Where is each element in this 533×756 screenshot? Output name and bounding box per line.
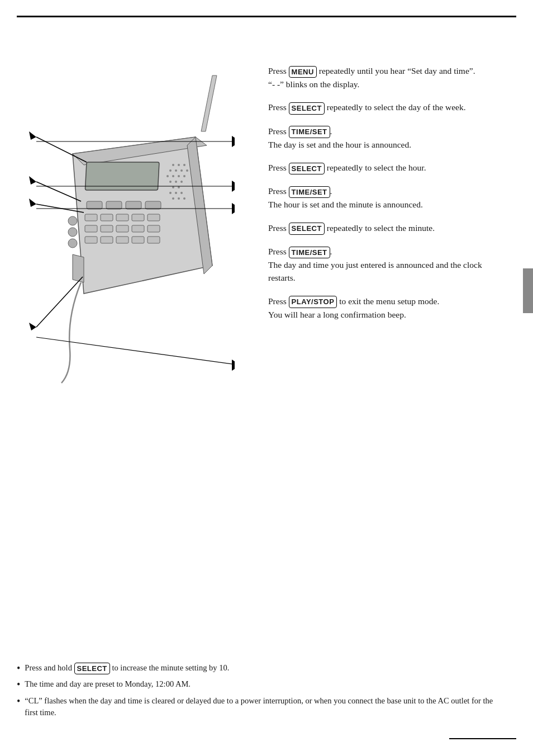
note1-text: Press and hold SELECT to increase the mi… xyxy=(25,662,229,674)
instruction-step3: Press TIME/SET. The day is set and the h… xyxy=(268,125,511,151)
notes-section: • Press and hold SELECT to increase the … xyxy=(17,662,506,722)
svg-marker-48 xyxy=(29,176,36,185)
svg-rect-28 xyxy=(101,214,113,221)
svg-rect-41 xyxy=(147,237,160,243)
left-panel xyxy=(17,31,257,739)
svg-rect-29 xyxy=(116,214,129,221)
svg-line-45 xyxy=(36,137,87,162)
instruction-step7: Press TIME/SET. The day and time you jus… xyxy=(268,245,511,285)
svg-point-15 xyxy=(172,186,174,188)
svg-rect-36 xyxy=(147,225,160,232)
svg-rect-40 xyxy=(132,237,144,243)
svg-rect-31 xyxy=(147,214,160,221)
note-item-2: • The time and day are preset to Monday,… xyxy=(17,678,506,691)
instruction-step4: Press SELECT repeatedly to select the ho… xyxy=(268,161,511,174)
step7b-text: The day and time you just entered is ann… xyxy=(268,258,511,285)
step8b-text: You will hear a long confirmation beep. xyxy=(268,308,511,321)
svg-line-51 xyxy=(36,277,83,327)
svg-point-44 xyxy=(68,239,77,248)
instruction-step8: Press PLAY/STOP to exit the menu setup m… xyxy=(268,295,511,321)
right-panel: Press MENU repeatedly until you hear “Se… xyxy=(257,31,516,739)
bottom-border xyxy=(449,738,516,739)
svg-point-17 xyxy=(169,192,172,194)
instruction-step5: Press TIME/SET. The hour is set and the … xyxy=(268,185,511,211)
note-bullet-3: • xyxy=(17,695,20,708)
note-item-1: • Press and hold SELECT to increase the … xyxy=(17,662,506,675)
svg-rect-24 xyxy=(106,201,122,209)
step7a-text: Press TIME/SET. xyxy=(268,245,511,258)
svg-rect-39 xyxy=(116,237,129,243)
svg-line-47 xyxy=(36,182,81,201)
svg-rect-32 xyxy=(85,225,97,232)
svg-point-8 xyxy=(166,175,169,177)
svg-point-18 xyxy=(175,192,177,194)
svg-marker-50 xyxy=(29,199,36,207)
note2-text: The time and day are preset to Monday, 1… xyxy=(25,678,191,691)
step1b-text: “- -” blinks on the display. xyxy=(268,78,511,91)
svg-rect-27 xyxy=(85,214,97,221)
step2-text: Press SELECT repeatedly to select the da… xyxy=(268,101,511,114)
svg-point-2 xyxy=(178,164,180,166)
svg-point-7 xyxy=(186,169,188,172)
step5a-text: Press TIME/SET. xyxy=(268,185,511,198)
svg-point-14 xyxy=(180,181,183,183)
instruction-step1: Press MENU repeatedly until you hear “Se… xyxy=(268,64,511,91)
svg-point-12 xyxy=(169,181,172,183)
svg-rect-25 xyxy=(126,201,141,209)
key-playstop: PLAY/STOP xyxy=(289,296,337,308)
svg-point-10 xyxy=(178,175,180,177)
svg-rect-35 xyxy=(132,225,144,232)
step1-text: Press MENU repeatedly until you hear “Se… xyxy=(268,64,511,78)
step6-text: Press SELECT repeatedly to select the mi… xyxy=(268,221,511,235)
key-menu: MENU xyxy=(289,66,317,78)
arrow4-head xyxy=(232,360,235,371)
svg-point-43 xyxy=(68,228,77,237)
step4-text: Press SELECT repeatedly to select the ho… xyxy=(268,161,511,174)
svg-rect-30 xyxy=(132,214,144,221)
svg-point-21 xyxy=(178,197,180,200)
key-select-note: SELECT xyxy=(74,663,110,675)
svg-point-1 xyxy=(172,164,174,166)
top-border xyxy=(17,16,516,17)
instruction-step6: Press SELECT repeatedly to select the mi… xyxy=(268,221,511,235)
svg-rect-26 xyxy=(145,201,161,209)
note-item-3: • “CL” flashes when the day and time is … xyxy=(17,695,506,720)
svg-point-6 xyxy=(180,169,183,172)
svg-rect-34 xyxy=(116,225,129,232)
svg-rect-23 xyxy=(87,201,102,209)
key-select-1: SELECT xyxy=(289,102,325,115)
svg-rect-33 xyxy=(101,225,113,232)
note-bullet-1: • xyxy=(17,662,20,675)
svg-rect-37 xyxy=(85,237,97,243)
svg-point-11 xyxy=(183,175,185,177)
step8a-text: Press PLAY/STOP to exit the menu setup m… xyxy=(268,295,511,308)
step3a-text: Press TIME/SET. xyxy=(268,125,511,138)
svg-point-42 xyxy=(68,216,77,225)
svg-point-22 xyxy=(183,197,185,200)
key-select-3: SELECT xyxy=(289,223,325,235)
note3-text: “CL” flashes when the day and time is cl… xyxy=(25,695,506,720)
step3b-text: The day is set and the hour is announced… xyxy=(268,138,511,151)
svg-point-5 xyxy=(175,169,177,172)
svg-point-20 xyxy=(172,197,174,200)
svg-marker-52 xyxy=(29,323,36,330)
svg-rect-38 xyxy=(101,237,113,243)
step5b-text: The hour is set and the minute is announ… xyxy=(268,198,511,211)
key-timeset-1: TIME/SET xyxy=(289,126,330,138)
svg-point-13 xyxy=(175,181,177,183)
main-content: Press MENU repeatedly until you hear “Se… xyxy=(17,31,516,739)
arrow4-line xyxy=(36,337,235,365)
key-timeset-3: TIME/SET xyxy=(289,247,330,259)
svg-point-16 xyxy=(178,186,180,188)
instruction-step2: Press SELECT repeatedly to select the da… xyxy=(268,101,511,114)
svg-point-19 xyxy=(180,192,183,194)
phone-diagram xyxy=(17,64,235,411)
svg-point-3 xyxy=(183,164,185,166)
svg-point-9 xyxy=(172,175,174,177)
key-select-2: SELECT xyxy=(289,163,325,175)
note-bullet-2: • xyxy=(17,678,20,691)
sidebar-tab xyxy=(523,268,533,313)
key-timeset-2: TIME/SET xyxy=(289,186,330,199)
svg-point-4 xyxy=(169,169,172,172)
svg-marker-46 xyxy=(29,131,36,140)
